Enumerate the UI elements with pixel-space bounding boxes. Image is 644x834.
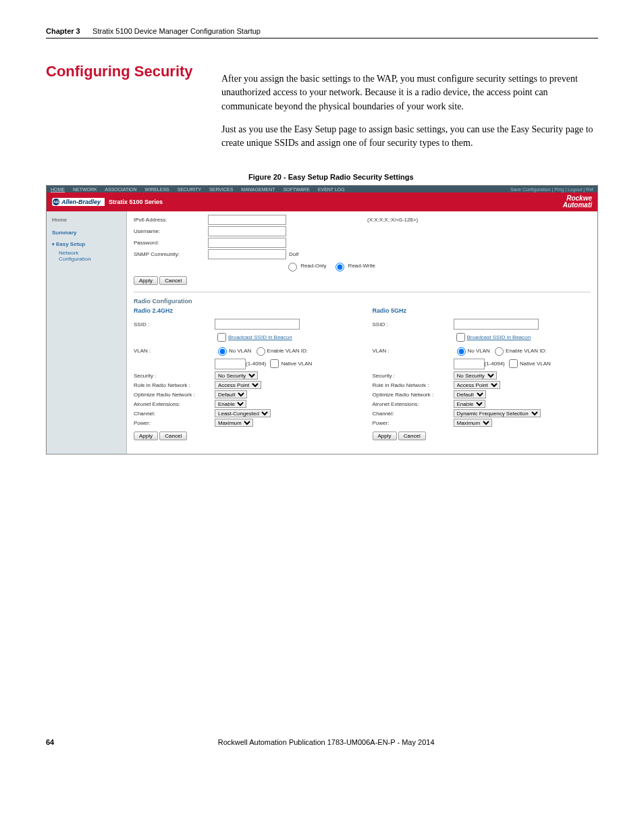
vlan-24-label: VLAN : [134,348,215,354]
top-right-links[interactable]: Save Configuration | Ping | Logout | Ref [510,187,593,192]
read-only-label: Read-Only [300,263,326,269]
vlanid-5-input[interactable] [454,359,485,369]
nav-management[interactable]: MANAGEMENT [241,187,275,192]
broadcast-5-link[interactable]: Broadcast SSID in Beacon [467,334,531,340]
product-title: Stratix 5100 Series [109,199,163,205]
nav-network[interactable]: NETWORK [73,187,97,192]
nav-services[interactable]: SERVICES [209,187,233,192]
optimize-24-select[interactable]: Default [215,390,247,398]
channel-5-select[interactable]: Dynamic Frequency Selection [454,409,541,417]
role-5-select[interactable]: Access Point [454,381,500,389]
radio-config-head: Radio Configuration [134,298,591,305]
snmp-input[interactable] [208,249,286,259]
security-5-select[interactable]: No Security [454,371,497,380]
ssid-24-input[interactable] [215,319,300,330]
apply-button-24[interactable]: Apply [134,432,158,440]
publication-info: Rockwell Automation Publication 1783-UM0… [218,738,435,746]
broadcast-24-link[interactable]: Broadcast SSID in Beacon [228,334,292,340]
enablevlan-24-radio[interactable] [257,347,265,356]
read-write-label: Read-Write [348,263,375,269]
aironet-24-label: Aironet Extensions: [134,401,215,407]
security-5-label: Security : [373,373,454,379]
username-label: Username: [134,228,208,234]
vlan-5-label: VLAN : [373,348,454,354]
ssid-5-input[interactable] [454,319,539,330]
radio-24ghz-panel: Radio 2.4GHz SSID : Broadcast SSID in Be… [134,307,352,447]
nav-association[interactable]: ASSOCIATION [105,187,136,192]
vlanid-24-input[interactable] [215,359,246,369]
role-24-label: Role in Radio Network : [134,382,215,388]
password-input[interactable] [208,238,286,248]
channel-24-label: Channel: [134,411,215,417]
novlan-24-radio[interactable] [218,347,227,356]
chapter-label: Chapter 3 [46,27,80,35]
sidebar-home[interactable]: Home [47,215,126,224]
radio-5-head: Radio 5GHz [373,307,591,314]
radio-24-head: Radio 2.4GHz [134,307,352,314]
top-nav-bar: HOME NETWORK ASSOCIATION WIRELESS SECURI… [47,186,597,192]
apply-button-5[interactable]: Apply [373,432,397,440]
rockwell-logo: RockweAutomati [563,195,592,209]
nav-wireless[interactable]: WIRELESS [145,187,169,192]
security-24-label: Security : [134,373,215,379]
ipv6-label: IPv6 Address: [134,217,208,223]
aironet-5-select[interactable]: Enable [454,400,485,408]
channel-5-label: Channel: [373,411,454,417]
page-footer: 64 Rockwell Automation Publication 1783-… [46,738,598,746]
cancel-button-top[interactable]: Cancel [159,276,187,285]
broadcast-24-checkbox[interactable] [217,333,226,342]
sidebar-easy-setup[interactable]: Easy Setup [47,240,126,249]
optimize-5-label: Optimize Radio Network : [373,392,454,398]
ssid-24-label: SSID : [134,321,215,328]
nativevlan-24-checkbox[interactable] [270,359,279,368]
snmp-hint: Dolf [289,251,298,257]
title-bar: Allen-Bradley Stratix 5100 Series Rockwe… [47,192,597,211]
ipv6-input[interactable] [208,215,286,225]
security-24-select[interactable]: No Security [215,371,258,380]
sidebar-network[interactable]: NetworkConfiguration [47,249,126,263]
chapter-title: Stratix 5100 Device Manager Configuratio… [92,27,261,35]
power-5-select[interactable]: Maximum [454,419,492,427]
nav-event-log[interactable]: EVENT LOG [318,187,345,192]
body-paragraph-2: Just as you use the Easy Setup page to a… [221,123,598,151]
optimize-24-label: Optimize Radio Network : [134,392,215,398]
read-write-radio[interactable] [336,263,344,271]
nativevlan-5-checkbox[interactable] [509,359,518,368]
ssid-5-label: SSID : [373,321,454,328]
optimize-5-select[interactable]: Default [454,390,486,398]
aironet-24-select[interactable]: Enable [215,400,246,408]
power-24-label: Power: [134,420,215,426]
body-paragraph-1: After you assign the basic settings to t… [221,72,598,113]
running-head: Chapter 3 Stratix 5100 Device Manager Co… [46,27,598,38]
aironet-5-label: Aironet Extensions: [373,401,454,407]
section-heading: Configuring Security [46,63,201,80]
power-24-select[interactable]: Maximum [215,419,253,427]
page-number: 64 [46,738,54,746]
novlan-5-radio[interactable] [457,347,466,356]
cancel-button-24[interactable]: Cancel [159,432,187,440]
read-only-radio[interactable] [288,263,297,271]
username-input[interactable] [208,226,286,236]
ipv6-hint: (X:X:X:X::X/<0-128>) [367,217,418,223]
sidebar-summary[interactable]: Summary [47,228,126,237]
radio-5ghz-panel: Radio 5GHz SSID : Broadcast SSID in Beac… [373,307,591,447]
apply-button-top[interactable]: Apply [134,276,158,285]
cancel-button-5[interactable]: Cancel [398,432,426,440]
main-panel: IPv6 Address: (X:X:X:X::X/<0-128>) Usern… [127,211,597,454]
allen-bradley-logo: Allen-Bradley [52,198,105,206]
power-5-label: Power: [373,420,454,426]
sidebar: Home Summary Easy Setup NetworkConfigura… [47,211,127,454]
nav-home[interactable]: HOME [51,187,65,192]
role-24-select[interactable]: Access Point [215,381,261,389]
role-5-label: Role in Radio Network : [373,382,454,388]
screenshot-easy-setup: HOME NETWORK ASSOCIATION WIRELESS SECURI… [46,185,598,454]
snmp-label: SNMP Community: [134,251,208,257]
nav-security[interactable]: SECURITY [178,187,201,192]
broadcast-5-checkbox[interactable] [456,333,465,342]
password-label: Password: [134,240,208,246]
channel-24-select[interactable]: Least-Congested [215,409,271,417]
top-nav-links: HOME NETWORK ASSOCIATION WIRELESS SECURI… [51,187,352,192]
nav-software[interactable]: SOFTWARE [283,187,309,192]
enablevlan-5-radio[interactable] [495,347,504,356]
figure-caption: Figure 20 - Easy Setup Radio Security Se… [248,173,598,181]
